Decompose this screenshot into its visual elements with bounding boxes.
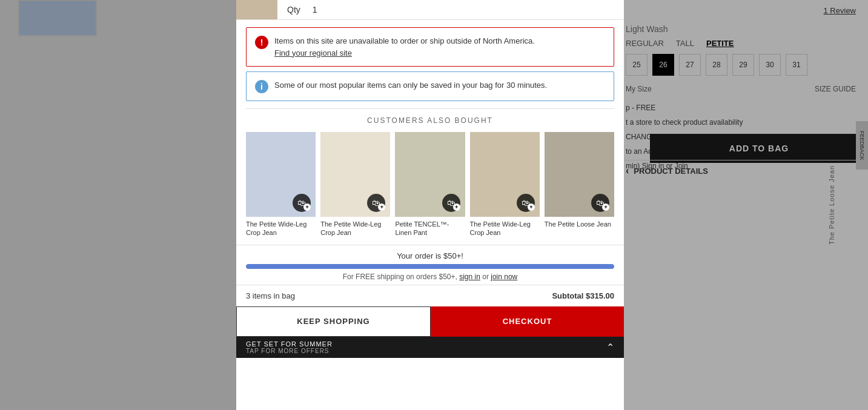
summer-promo-bar[interactable]: GET SET FOR SUMMER TAP FOR MORE OFFERS ⌃: [236, 337, 624, 358]
product-image-4: 🛍 +: [470, 132, 540, 217]
sign-in-link[interactable]: sign in: [459, 273, 480, 281]
product-card-1: 🛍 + The Petite Wide-Leg Crop Jean: [246, 132, 316, 237]
product-name-1: The Petite Wide-Leg Crop Jean: [246, 220, 316, 237]
plus-badge-1: +: [303, 203, 311, 211]
items-in-bag: 3 items in bag: [246, 291, 295, 300]
promo-text-block: GET SET FOR SUMMER TAP FOR MORE OFFERS: [246, 340, 333, 354]
product-cards: 🛍 + The Petite Wide-Leg Crop Jean 🛍 + Th…: [246, 132, 614, 237]
product-name-4: The Petite Wide-Leg Crop Jean: [470, 220, 540, 237]
info-message: Some of our most popular items can only …: [274, 79, 547, 91]
shipping-free-text: For FREE shipping on orders $50+, sign i…: [246, 273, 614, 281]
subtotal: Subtotal $315.00: [552, 291, 614, 300]
plus-badge-2: +: [378, 203, 385, 211]
modal-qty-row: Qty 1: [277, 0, 327, 19]
join-now-link[interactable]: join now: [491, 273, 517, 281]
product-image-5: 🛍 +: [545, 132, 614, 217]
modal: Qty 1 ! Items on this site are unavailab…: [236, 0, 624, 410]
modal-actions: KEEP SHOPPING CHECKOUT: [236, 306, 624, 337]
error-message: Items on this site are unavailable to or…: [274, 35, 535, 59]
qty-label: Qty: [287, 5, 300, 15]
plus-badge-4: +: [528, 203, 535, 211]
product-name-3: Petite TENCEL™- Linen Pant: [395, 220, 465, 237]
info-icon: i: [255, 80, 268, 93]
promo-subtitle: TAP FOR MORE OFFERS: [246, 348, 333, 354]
product-card-2: 🛍 + The Petite Wide-Leg Crop Jean: [320, 132, 390, 237]
product-image-3: 🛍 +: [395, 132, 465, 217]
product-card-5: 🛍 + The Petite Loose Jean: [545, 132, 614, 237]
progress-bar-container: [246, 264, 614, 269]
info-banner: i Some of our most popular items can onl…: [246, 71, 614, 101]
product-name-5: The Petite Loose Jean: [545, 220, 614, 228]
checkout-button[interactable]: CHECKOUT: [431, 306, 624, 337]
promo-chevron-icon: ⌃: [606, 342, 614, 353]
qty-value: 1: [313, 5, 317, 15]
error-banner: ! Items on this site are unavailable to …: [246, 27, 614, 67]
progress-bar-fill: [246, 264, 614, 269]
customers-also-bought-section: CUSTOMERS ALSO BOUGHT 🛍 + The Petite Wid…: [236, 109, 624, 242]
error-icon: !: [255, 36, 268, 49]
find-regional-site-link[interactable]: Find your regional site: [274, 48, 352, 58]
plus-badge-3: +: [453, 203, 460, 211]
modal-product-image: [236, 0, 277, 19]
product-card-3: 🛍 + Petite TENCEL™- Linen Pant: [395, 132, 465, 237]
product-name-2: The Petite Wide-Leg Crop Jean: [320, 220, 390, 237]
order-progress-section: Your order is $50+! For FREE shipping on…: [236, 245, 624, 285]
modal-bottom: 3 items in bag Subtotal $315.00: [236, 285, 624, 306]
product-image-1: 🛍 +: [246, 132, 316, 217]
order-status-text: Your order is $50+!: [246, 251, 614, 260]
product-image-2: 🛍 +: [320, 132, 390, 217]
keep-shopping-button[interactable]: KEEP SHOPPING: [236, 306, 431, 337]
promo-title: GET SET FOR SUMMER: [246, 340, 333, 348]
product-card-4: 🛍 + The Petite Wide-Leg Crop Jean: [470, 132, 540, 237]
plus-badge-5: +: [602, 203, 609, 211]
section-title: CUSTOMERS ALSO BOUGHT: [246, 116, 614, 125]
modal-top: Qty 1: [236, 0, 624, 20]
